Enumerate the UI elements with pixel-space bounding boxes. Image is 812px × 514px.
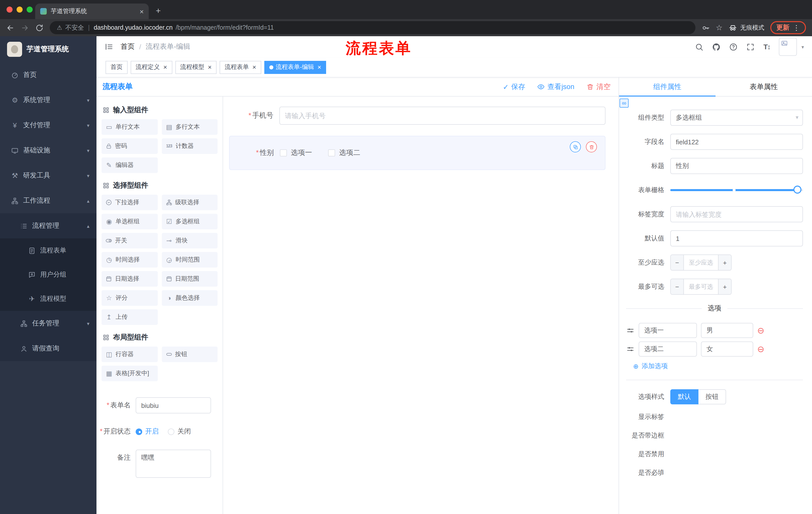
palette-item-rate[interactable]: ☆评分 [102,290,157,306]
palette-item-row-container[interactable]: ◫行容器 [102,347,157,362]
gender-option1-checkbox[interactable]: 选项一 [280,148,312,157]
option-value-input[interactable] [701,342,753,357]
new-tab-button[interactable]: + [156,6,161,16]
tag-process-form[interactable]: 流程表单 × [220,61,261,74]
component-type-select[interactable]: 多选框组 [670,110,803,126]
palette-item-time-picker[interactable]: ◷时间选择 [102,252,157,268]
form-canvas[interactable]: *手机号 *性别 [223,97,618,514]
save-button[interactable]: ✓ 保存 [503,82,525,91]
option-label-input[interactable] [639,342,697,357]
min-select-input[interactable] [684,255,718,270]
palette-item-single-text[interactable]: ▭单行文本 [102,119,157,135]
stepper-decrease-button[interactable]: − [671,279,684,294]
phone-field-row[interactable]: *手机号 [229,107,606,125]
tab-component-props[interactable]: 组件属性 [619,77,716,96]
field-name-input[interactable] [670,134,803,150]
avatar-caret-icon[interactable]: ▾ [802,44,804,50]
update-button[interactable]: 更新 ⋮ [770,21,806,34]
browser-tab[interactable]: 芋道管理系统 × [35,3,149,19]
browser-menu-icon[interactable]: ⋮ [793,24,800,32]
palette-item-dropdown[interactable]: 下拉选择 [102,195,157,210]
stepper-increase-button[interactable]: + [718,279,731,294]
search-icon[interactable] [695,43,704,51]
max-select-input[interactable] [684,279,718,294]
sidebar-fold-icon[interactable] [105,42,114,51]
style-button-button[interactable]: 按钮 [698,389,726,404]
palette-item-upload[interactable]: ↥上传 [102,309,157,325]
remove-option-icon[interactable]: ⊖ [757,345,764,353]
back-button[interactable] [6,23,14,32]
form-remark-textarea[interactable]: 嘿嘿 [136,450,211,478]
label-width-input[interactable] [670,206,803,222]
palette-item-editor[interactable]: ✎编辑器 [102,157,157,173]
sidebar-item-workflow[interactable]: 工作流程 ▴ [0,188,96,213]
link-badge-icon[interactable]: ∞ [619,99,629,108]
window-close-button[interactable] [6,6,12,12]
status-off-radio[interactable]: 关闭 [168,424,191,439]
tab-form-props[interactable]: 表单属性 [716,77,812,96]
sidebar-item-process-management[interactable]: 流程管理 ▴ [0,213,96,238]
palette-item-color-picker[interactable]: ◑颜色选择 [162,290,218,306]
palette-item-checkbox-group[interactable]: ☑多选框组 [162,214,218,229]
option-value-input[interactable] [701,323,753,338]
sidebar-item-system[interactable]: ⚙ 系统管理 ▾ [0,87,96,113]
palette-item-date-range[interactable]: 日期范围 [162,271,218,287]
window-minimize-button[interactable] [17,6,23,12]
sidebar-item-infrastructure[interactable]: 基础设施 ▾ [0,138,96,163]
stepper-decrease-button[interactable]: − [671,255,684,270]
tag-close-icon[interactable]: × [163,63,167,71]
bookmark-star-icon[interactable]: ☆ [716,23,723,32]
gender-option2-checkbox[interactable]: 选项二 [328,148,360,157]
palette-item-switch[interactable]: 开关 [102,233,157,248]
palette-item-multi-text[interactable]: ▤多行文本 [162,119,218,135]
sidebar-item-payment[interactable]: ¥ 支付管理 ▾ [0,113,96,138]
palette-item-counter[interactable]: 123计数器 [162,138,218,154]
sidebar-item-leave-query[interactable]: 请假查询 [0,336,96,361]
forward-button[interactable] [21,23,29,32]
copy-widget-button[interactable] [570,141,581,153]
style-default-button[interactable]: 默认 [670,389,698,404]
tab-close-icon[interactable]: × [140,7,144,15]
tag-process-definition[interactable]: 流程定义 × [130,61,172,74]
palette-item-cascader[interactable]: 级联选择 [162,195,218,210]
delete-widget-button[interactable] [586,141,597,153]
add-option-button[interactable]: ⊕ 添加选项 [633,361,803,371]
drag-handle-icon[interactable] [626,345,635,353]
breadcrumb-home[interactable]: 首页 [121,42,135,51]
user-avatar[interactable] [779,38,797,56]
title-input[interactable] [670,158,803,174]
gender-field-row[interactable]: *性别 选项一 选项二 [230,148,605,157]
fullscreen-icon[interactable] [747,43,755,51]
palette-item-table[interactable]: ▦表格[开发中] [102,366,157,381]
option-label-input[interactable] [639,323,697,338]
drag-handle-icon[interactable] [626,326,635,335]
remove-option-icon[interactable]: ⊖ [757,326,764,335]
default-value-input[interactable] [670,231,803,246]
palette-item-slider[interactable]: ⊸滑块 [162,233,218,248]
view-json-button[interactable]: 查看json [538,82,574,91]
stepper-increase-button[interactable]: + [718,255,731,270]
palette-item-password[interactable]: 密码 [102,138,157,154]
sidebar-item-task-management[interactable]: 任务管理 ▾ [0,311,96,336]
palette-item-radio-group[interactable]: ◉单选框组 [102,214,157,229]
sidebar-item-user-group[interactable]: 用户分组 [0,263,96,287]
clear-button[interactable]: 清空 [586,82,610,91]
help-icon[interactable] [729,43,738,51]
font-size-icon[interactable]: T↕ [763,43,770,51]
github-icon[interactable] [712,43,721,51]
window-zoom-button[interactable] [27,6,33,12]
tag-close-icon[interactable]: × [208,63,211,71]
tag-process-model[interactable]: 流程模型 × [175,61,216,74]
sidebar-item-process-model[interactable]: ✈ 流程模型 [0,287,96,311]
sidebar-item-dev-tools[interactable]: ⚒ 研发工具 ▾ [0,163,96,188]
form-grid-slider[interactable] [670,182,803,198]
palette-item-date-picker[interactable]: 日期选择 [102,271,157,287]
form-name-input[interactable] [136,397,211,413]
tag-home[interactable]: 首页 [106,61,127,74]
sidebar-item-home[interactable]: 首页 [0,62,96,87]
password-key-icon[interactable] [701,23,710,32]
slider-handle[interactable] [794,186,802,194]
reload-button[interactable] [35,23,44,32]
tag-close-icon[interactable]: × [318,63,321,71]
palette-item-button[interactable]: 按钮 [162,347,218,362]
